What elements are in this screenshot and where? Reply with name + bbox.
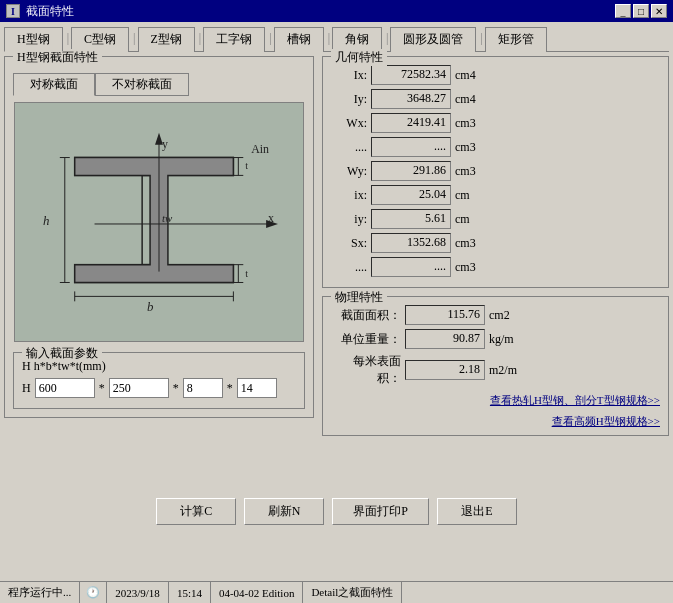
geo-group-title: 几何特性 (331, 49, 387, 66)
dots2-value: .... (371, 257, 451, 277)
beam-drawing: y x h b (14, 102, 304, 342)
phys-group-title: 物理特性 (331, 289, 387, 306)
wy-value: 291.86 (371, 161, 451, 181)
sx-label: Sx: (331, 236, 367, 251)
ix-label: Ix: (331, 68, 367, 83)
h-input[interactable] (35, 378, 95, 398)
surface-value: 2.18 (405, 360, 485, 380)
irx-label: ix: (331, 188, 367, 203)
tab-circle-steel[interactable]: 圆形及圆管 (390, 27, 476, 52)
tab-slot-steel[interactable]: 槽钢 (274, 27, 324, 52)
svg-text:y: y (162, 137, 168, 151)
iry-label: iy: (331, 212, 367, 227)
b-input[interactable] (109, 378, 169, 398)
tab-i-steel[interactable]: 工字钢 (203, 27, 265, 52)
wx-unit: cm3 (455, 116, 490, 131)
tw-input[interactable] (183, 378, 223, 398)
ix-value: 72582.34 (371, 65, 451, 85)
title-bar: I 截面特性 _ □ ✕ (0, 0, 673, 22)
svg-text:t: t (245, 160, 248, 171)
dots1-unit: cm3 (455, 140, 490, 155)
window-title: 截面特性 (26, 3, 74, 20)
surface-unit: m2/m (489, 363, 524, 378)
tf-input[interactable] (237, 378, 277, 398)
wx-value: 2419.41 (371, 113, 451, 133)
dots1-value: .... (371, 137, 451, 157)
close-button[interactable]: ✕ (651, 4, 667, 18)
irx-unit: cm (455, 188, 490, 203)
dots2-unit: cm3 (455, 260, 490, 275)
wy-unit: cm3 (455, 164, 490, 179)
tab-rect-steel[interactable]: 矩形管 (485, 27, 547, 52)
status-bar: 程序运行中... 🕐 2023/9/18 15:14 04-04-02 Edit… (0, 581, 673, 603)
status-clock-icon: 🕐 (80, 582, 107, 603)
iy-label: Iy: (331, 92, 367, 107)
status-time: 15:14 (169, 582, 211, 603)
svg-text:h: h (43, 214, 49, 228)
ix-unit: cm4 (455, 68, 490, 83)
svg-text:b: b (147, 300, 154, 314)
svg-text:t: t (245, 268, 248, 279)
iry-value: 5.61 (371, 209, 451, 229)
dots1-label: .... (331, 140, 367, 155)
area-value: 115.76 (405, 305, 485, 325)
area-unit: cm2 (489, 308, 524, 323)
maximize-button[interactable]: □ (633, 4, 649, 18)
wx-label: Wx: (331, 116, 367, 131)
surface-label: 每米表面积： (331, 353, 401, 387)
sx-unit: cm3 (455, 236, 490, 251)
hot-rolled-link[interactable]: 查看热轧H型钢、剖分T型钢规格>> (331, 393, 660, 408)
tab-z-steel[interactable]: Z型钢 (138, 27, 195, 52)
svg-text:Ain: Ain (251, 142, 269, 156)
status-running: 程序运行中... (0, 582, 80, 603)
refresh-button[interactable]: 刷新N (244, 498, 324, 525)
calc-button[interactable]: 计算C (156, 498, 236, 525)
weight-label: 单位重量： (331, 331, 401, 348)
iy-unit: cm4 (455, 92, 490, 107)
weight-unit: kg/m (489, 332, 524, 347)
status-date: 2023/9/18 (107, 582, 169, 603)
status-module: Detail之截面特性 (303, 582, 402, 603)
irx-value: 25.04 (371, 185, 451, 205)
area-label: 截面面积： (331, 307, 401, 324)
dots2-label: .... (331, 260, 367, 275)
status-edition: 04-04-02 Edition (211, 582, 303, 603)
h-label: H (22, 381, 31, 396)
iry-unit: cm (455, 212, 490, 227)
tab-h-steel[interactable]: H型钢 (4, 27, 63, 52)
weight-value: 90.87 (405, 329, 485, 349)
high-freq-link[interactable]: 查看高频H型钢规格>> (331, 414, 660, 429)
minimize-button[interactable]: _ (615, 4, 631, 18)
sub-tab-asymmetric[interactable]: 不对称截面 (95, 73, 189, 96)
iy-value: 3648.27 (371, 89, 451, 109)
print-button[interactable]: 界面打印P (332, 498, 429, 525)
svg-text:tw: tw (162, 212, 173, 224)
wy-label: Wy: (331, 164, 367, 179)
svg-text:x: x (268, 211, 274, 225)
exit-button[interactable]: 退出E (437, 498, 517, 525)
sub-tab-symmetric[interactable]: 对称截面 (13, 73, 95, 96)
sx-value: 1352.68 (371, 233, 451, 253)
title-icon: I (6, 4, 20, 18)
input-section-title: 输入截面参数 (22, 345, 102, 362)
